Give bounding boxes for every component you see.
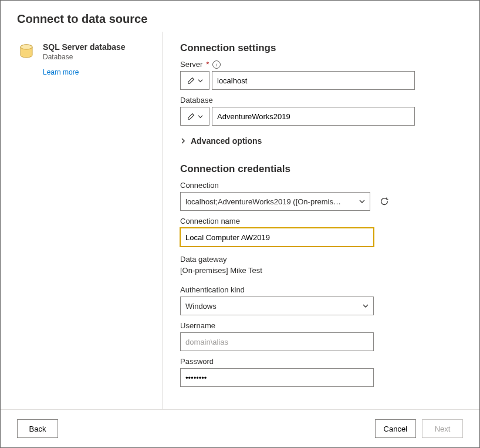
username-input[interactable] xyxy=(180,332,374,351)
info-icon[interactable]: i xyxy=(212,60,221,69)
advanced-options-toggle[interactable]: Advanced options xyxy=(180,136,463,146)
connection-name-input[interactable] xyxy=(180,228,374,247)
server-edit-mode-button[interactable] xyxy=(180,71,209,90)
data-gateway-label: Data gateway xyxy=(180,255,463,264)
chevron-down-icon xyxy=(359,198,365,204)
connection-credentials-heading: Connection credentials xyxy=(180,163,463,175)
chevron-down-icon xyxy=(198,78,203,83)
chevron-down-icon xyxy=(363,303,369,309)
refresh-button[interactable] xyxy=(377,192,391,211)
back-button[interactable]: Back xyxy=(17,419,58,438)
source-title: SQL Server database xyxy=(43,42,126,52)
chevron-right-icon xyxy=(180,138,186,144)
cancel-button[interactable]: Cancel xyxy=(375,419,416,438)
connection-label: Connection xyxy=(180,181,463,190)
username-label: Username xyxy=(180,321,463,330)
connection-settings-heading: Connection settings xyxy=(180,42,463,54)
pencil-icon xyxy=(187,76,195,85)
password-label: Password xyxy=(180,357,463,366)
next-button[interactable]: Next xyxy=(422,419,463,438)
connection-select[interactable]: localhost;AdventureWorks2019 ([On-premis… xyxy=(180,192,370,211)
learn-more-link[interactable]: Learn more xyxy=(43,68,162,76)
pencil-icon xyxy=(187,112,195,120)
svg-point-1 xyxy=(21,45,32,49)
auth-kind-select[interactable]: Windows xyxy=(180,297,374,315)
source-panel: SQL Server database Database Learn more xyxy=(17,32,163,409)
server-label: Server * i xyxy=(180,60,463,69)
database-input[interactable] xyxy=(212,107,415,126)
password-input[interactable] xyxy=(180,368,374,387)
chevron-down-icon xyxy=(198,114,203,119)
page-title: Connect to data source xyxy=(17,12,463,26)
connection-name-label: Connection name xyxy=(180,217,463,225)
refresh-icon xyxy=(379,196,390,207)
database-edit-mode-button[interactable] xyxy=(180,107,209,126)
required-star: * xyxy=(206,60,209,69)
database-icon xyxy=(17,42,36,61)
auth-kind-label: Authentication kind xyxy=(180,285,463,294)
server-input[interactable] xyxy=(212,71,415,90)
source-subtitle: Database xyxy=(43,53,126,61)
database-label: Database xyxy=(180,96,463,105)
data-gateway-value: [On-premises] Mike Test xyxy=(180,266,463,275)
